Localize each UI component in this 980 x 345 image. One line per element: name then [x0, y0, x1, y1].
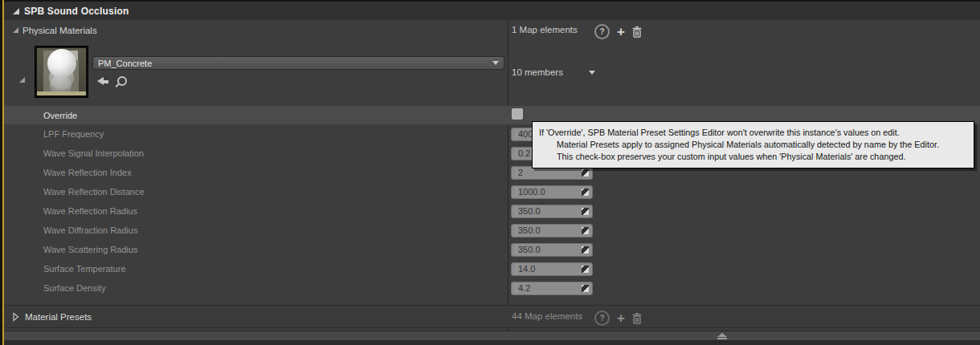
details-panel: SPB Sound Occlusion Physical Materials 1…	[0, 0, 980, 345]
help-icon[interactable]: ?	[594, 24, 610, 39]
property-label: Wave Scattering Radius	[43, 245, 138, 254]
numeric-input[interactable]: 14.0	[511, 262, 593, 276]
override-label: Override	[43, 111, 77, 120]
physical-materials-label: Physical Materials	[22, 26, 97, 35]
material-presets-row[interactable]: Material Presets	[4, 306, 980, 328]
drag-handle-icon[interactable]	[582, 246, 589, 254]
numeric-input[interactable]: 350.0	[511, 243, 593, 257]
material-name: PM_Concrete	[98, 59, 492, 68]
property-row: Surface Density 4.2	[4, 278, 980, 298]
help-icon[interactable]: ?	[594, 310, 610, 326]
material-presets-label: Material Presets	[25, 312, 92, 322]
drag-handle-icon[interactable]	[582, 266, 589, 273]
property-label: Wave Reflection Index	[43, 168, 132, 177]
property-label: Wave Signal Interpolation	[43, 148, 144, 158]
section-header-row[interactable]: SPB Sound Occlusion	[4, 2, 980, 20]
material-thumbnail[interactable]	[35, 46, 88, 98]
add-element-button[interactable]: +	[617, 26, 625, 38]
panel-footer	[0, 340, 980, 345]
map-elements-count: 44 Map elements	[512, 311, 582, 321]
property-row: Wave Scattering Radius 350.0	[4, 240, 980, 259]
numeric-input[interactable]: 350.0	[511, 205, 593, 218]
members-label: 10 members	[512, 67, 563, 77]
browse-to-asset-icon[interactable]	[117, 76, 127, 86]
property-label: Wave Diffraction Radius	[43, 225, 137, 235]
sphere-icon	[47, 49, 76, 78]
use-selected-asset-button[interactable]	[97, 77, 109, 86]
chevron-down-icon	[492, 61, 499, 65]
panel-splitter[interactable]	[0, 331, 980, 340]
property-row: Wave Diffraction Radius 350.0	[4, 221, 980, 240]
override-checkbox[interactable]	[512, 108, 523, 120]
property-label: Wave Reflection Distance	[43, 187, 145, 197]
property-label: Surface Density	[43, 283, 106, 293]
expand-arrow-icon[interactable]	[13, 27, 18, 33]
numeric-value: 2	[516, 168, 582, 177]
drag-handle-icon[interactable]	[582, 189, 589, 196]
map-elements-count: 1 Map elements	[512, 25, 578, 34]
numeric-value: 350.0	[516, 245, 582, 254]
numeric-input[interactable]: 350.0	[511, 224, 593, 237]
numeric-value: 350.0	[516, 225, 582, 235]
trash-icon[interactable]	[632, 26, 642, 38]
numeric-input[interactable]: 1000.0	[511, 185, 593, 199]
trash-icon[interactable]	[632, 313, 642, 324]
collapse-arrow-icon[interactable]	[13, 312, 19, 322]
drag-handle-icon[interactable]	[582, 285, 589, 292]
property-row: Wave Reflection Radius 350.0	[4, 201, 980, 221]
chevron-down-icon[interactable]	[589, 71, 595, 75]
accent-bar	[2, 0, 4, 345]
asset-type-color-strip	[37, 91, 86, 95]
numeric-value: 350.0	[516, 206, 582, 216]
expand-arrow-icon[interactable]	[19, 77, 25, 83]
section-title: SPB Sound Occlusion	[24, 6, 129, 17]
property-label: Surface Temperature	[43, 264, 126, 274]
property-row: Surface Temperature 14.0	[4, 259, 980, 278]
add-element-button[interactable]: +	[617, 313, 625, 324]
material-select[interactable]: PM_Concrete	[92, 56, 504, 70]
numeric-value: 1000.0	[516, 187, 582, 197]
tooltip-line: Material Presets apply to assigned Physi…	[557, 139, 969, 151]
members-dropdown[interactable]: 10 members	[512, 67, 563, 77]
drag-handle-icon[interactable]	[582, 208, 589, 215]
numeric-input[interactable]: 4.2	[511, 282, 593, 295]
tooltip-line: This check-box preserves your custom inp…	[557, 151, 969, 163]
physical-materials-row[interactable]: Physical Materials	[4, 20, 980, 40]
numeric-value: 4.2	[516, 283, 582, 293]
tooltip: If 'Override', SPB Material Preset Setti…	[532, 121, 974, 168]
tooltip-line: If 'Override', SPB Material Preset Setti…	[539, 127, 969, 139]
drag-handle-icon[interactable]	[582, 169, 589, 177]
property-row: Wave Reflection Distance 1000.0	[4, 182, 980, 201]
property-label: LPF Frequency	[43, 129, 104, 139]
drag-handle-icon[interactable]	[582, 227, 589, 234]
expand-arrow-icon[interactable]	[13, 8, 19, 14]
expand-panel-button[interactable]	[717, 333, 727, 339]
numeric-value: 14.0	[516, 264, 582, 274]
physical-material-icon	[37, 48, 86, 95]
property-label: Wave Reflection Radius	[43, 206, 137, 216]
